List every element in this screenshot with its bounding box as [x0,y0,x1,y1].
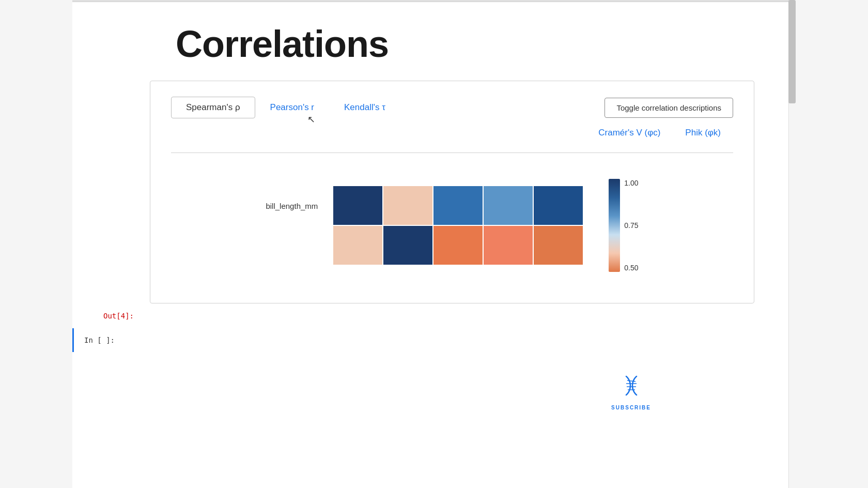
legend-max-label: 1.00 [624,179,638,187]
input-cell-label: In [ ]: [74,328,136,352]
legend-labels: 1.00 0.75 0.50 [624,179,638,272]
heatmap-cell-r1c5 [534,186,583,225]
heatmap-cell-r1c2 [383,186,432,225]
heatmap-wrapper: bill_length_mm [266,179,638,272]
heatmap-cell-r2c1 [333,226,382,265]
input-cell[interactable]: In [ ]: [72,328,796,352]
heatmap-cell-r1c3 [433,186,483,225]
legend-mid-label: 0.75 [624,221,638,230]
heatmap-cell-r2c3 [433,226,483,265]
tab-phik[interactable]: Phik (φk) [673,124,733,142]
heatmap-container: bill_length_mm [171,169,733,287]
heatmap-cell-r2c4 [484,226,533,265]
subscribe-label: SUBSCRIBE [611,405,651,410]
tab-pearson[interactable]: Pearson's r [255,97,329,118]
subscribe-area: SUBSCRIBE [611,374,651,410]
page-title: Correlations [72,2,796,81]
tabs-row-2: Cramér's V (φc) Phik (φk) [171,124,733,142]
heatmap-grid [333,186,583,265]
legend-color-bar [609,179,620,272]
heatmap-legend: 1.00 0.75 0.50 [609,179,638,272]
dna-icon [622,374,641,402]
tab-kendall[interactable]: Kendall's τ [329,97,400,118]
heatmap-cell-r2c2 [383,226,432,265]
row-label-bill-length: bill_length_mm [266,187,318,225]
svg-line-0 [627,380,636,382]
legend-bar-container: 1.00 0.75 0.50 [609,179,638,272]
tab-cramers-v[interactable]: Cramér's V (φc) [586,124,673,142]
scrollbar[interactable] [788,0,796,488]
scrollbar-thumb[interactable] [788,0,796,103]
heatmap-cell-r1c1 [333,186,382,225]
tabs-row-1: Spearman's ρ Pearson's r Kendall's τ Tog… [171,97,733,118]
heatmap-cell-r2c5 [534,226,583,265]
output-cell: Out[4]: [72,303,788,328]
tab-spearman[interactable]: Spearman's ρ [171,97,255,118]
card-divider [171,152,733,153]
code-input[interactable] [136,328,796,352]
legend-min-label: 0.50 [624,264,638,272]
correlations-card: Spearman's ρ Pearson's r Kendall's τ Tog… [150,81,754,303]
heatmap-cell-r1c4 [484,186,533,225]
toggle-correlation-descriptions-button[interactable]: Toggle correlation descriptions [605,98,733,118]
output-label: Out[4]: [103,312,134,320]
heatmap-row-labels: bill_length_mm [266,187,318,264]
